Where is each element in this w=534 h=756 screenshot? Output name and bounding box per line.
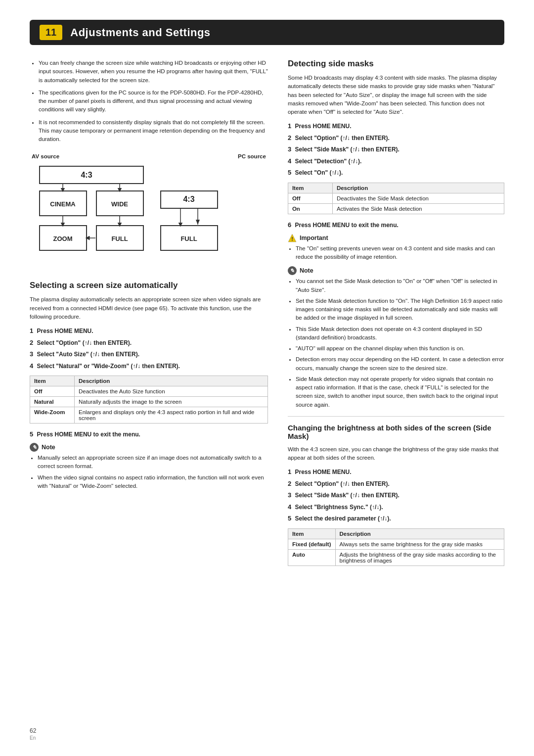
br-row-auto-desc: Adjusts the brightness of the gray side … bbox=[335, 549, 504, 566]
auto-row-off-desc: Deactivates the Auto Size function bbox=[75, 386, 268, 397]
left-column: You can freely change the screen size wh… bbox=[30, 59, 268, 573]
auto-size-description: The plasma display automatically selects… bbox=[30, 295, 268, 321]
right-column: Detecting side masks Some HD broadcasts … bbox=[288, 59, 504, 573]
auto-note-header: ✎ Note bbox=[30, 443, 268, 452]
auto-note-body: Manually select an appropriate screen si… bbox=[30, 454, 268, 490]
page-footer: 62 En bbox=[30, 727, 36, 741]
br-row-auto-item: Auto bbox=[288, 549, 335, 566]
sm-note-6: Side Mask detection may not operate prop… bbox=[296, 375, 504, 409]
sm-note-box: ✎ Note You cannot set the Side Mask dete… bbox=[288, 266, 504, 409]
table-row: Natural Naturally adjusts the image to t… bbox=[30, 397, 268, 407]
important-triangle-icon: ! bbox=[288, 234, 297, 242]
auto-step5: 5 Press HOME MENU to exit the menu. bbox=[30, 430, 268, 438]
svg-text:WIDE: WIDE bbox=[111, 200, 128, 208]
brightness-table: Item Description Fixed (default) Always … bbox=[288, 528, 504, 566]
two-col-layout: You can freely change the screen size wh… bbox=[30, 59, 504, 573]
sm-note-body: You cannot set the Side Mask detection t… bbox=[288, 277, 504, 409]
br-table-header-desc: Description bbox=[335, 528, 504, 539]
auto-table-header-desc: Description bbox=[75, 376, 268, 386]
table-row: Wide-Zoom Enlarges and displays only the… bbox=[30, 407, 268, 424]
sm-note-3: This Side Mask detection does not operat… bbox=[296, 325, 504, 342]
table-row: Auto Adjusts the brightness of the gray … bbox=[288, 549, 504, 566]
auto-note-2: When the video signal contains no aspect… bbox=[38, 473, 268, 491]
step-2: 2 Select "Option" (↑/↓ then ENTER). bbox=[30, 338, 268, 348]
svg-text:ZOOM: ZOOM bbox=[53, 235, 73, 242]
br-table-header-item: Item bbox=[288, 528, 335, 539]
chapter-header: 11 Adjustments and Settings bbox=[30, 20, 504, 45]
svg-marker-21 bbox=[196, 220, 200, 225]
sm-note-5: Detection errors may occur depending on … bbox=[296, 355, 504, 373]
side-mask-steps: 1 Press HOME MENU. 2 Select "Option" (↑/… bbox=[288, 121, 504, 178]
svg-text:FULL: FULL bbox=[180, 235, 197, 242]
step-4: 4 Select "Natural" or "Wide-Zoom" (↑/↓ t… bbox=[30, 361, 268, 371]
page-number: 62 bbox=[30, 727, 36, 734]
svg-text:CINEMA: CINEMA bbox=[50, 200, 76, 208]
important-box: ! Important The "On" setting prevents un… bbox=[288, 234, 504, 262]
side-mask-description: Some HD broadcasts may display 4:3 conte… bbox=[288, 74, 504, 116]
sm-note-header: ✎ Note bbox=[288, 266, 504, 275]
br-step-1: 1 Press HOME MENU. bbox=[288, 467, 504, 477]
page-sub: En bbox=[30, 735, 36, 741]
sm-table-header-desc: Description bbox=[332, 183, 504, 193]
sm-step-1: 1 Press HOME MENU. bbox=[288, 121, 504, 131]
sm-row-off-item: Off bbox=[288, 193, 332, 203]
av-source-label: AV source bbox=[32, 153, 59, 159]
auto-size-table: Item Description Off Deactivates the Aut… bbox=[30, 376, 268, 424]
auto-row-off-item: Off bbox=[30, 386, 75, 397]
br-step-4: 4 Select "Brightness Sync." (↑/↓). bbox=[288, 502, 504, 512]
brightness-section-title: Changing the brightness at both sides of… bbox=[288, 424, 504, 440]
intro-bullets: You can freely change the screen size wh… bbox=[30, 59, 268, 143]
screen-size-diagram: AV source PC source 4:3 CINEMA WIDE bbox=[30, 153, 268, 272]
brightness-description: With the 4:3 screen size, you can change… bbox=[288, 445, 504, 463]
intro-bullet-1: You can freely change the screen size wh… bbox=[39, 59, 268, 85]
auto-row-widezoom-desc: Enlarges and displays only the 4:3 aspec… bbox=[75, 407, 268, 424]
sm-row-on-desc: Activates the Side Mask detection bbox=[332, 203, 504, 214]
auto-table-header-item: Item bbox=[30, 376, 75, 386]
svg-text:4:3: 4:3 bbox=[81, 171, 92, 179]
sm-note-icon: ✎ bbox=[288, 266, 297, 275]
table-row: On Activates the Side Mask detection bbox=[288, 203, 504, 214]
br-step-5: 5 Select the desired parameter (↑/↓). bbox=[288, 514, 504, 523]
section-divider bbox=[288, 416, 504, 417]
diagram-svg: 4:3 CINEMA WIDE ZOOM FULL bbox=[30, 161, 227, 270]
brightness-steps: 1 Press HOME MENU. 2 Select "Option" (↑/… bbox=[288, 467, 504, 523]
side-mask-section-title: Detecting side masks bbox=[288, 59, 504, 69]
important-body: The "On" setting prevents uneven wear on… bbox=[288, 244, 504, 262]
sm-table-header-item: Item bbox=[288, 183, 332, 193]
auto-row-widezoom-item: Wide-Zoom bbox=[30, 407, 75, 424]
table-row: Fixed (default) Always sets the same bri… bbox=[288, 539, 504, 549]
svg-text:4:3: 4:3 bbox=[183, 195, 194, 203]
auto-size-section-title: Selecting a screen size automatically bbox=[30, 281, 268, 290]
sm-step-5: 5 Select "On" (↑/↓). bbox=[288, 168, 504, 178]
sm-step-4: 4 Select "Detection" (↑/↓). bbox=[288, 156, 504, 166]
br-row-fixed-desc: Always sets the same brightness for the … bbox=[335, 539, 504, 549]
intro-bullet-2: The specifications given for the PC sour… bbox=[39, 89, 268, 114]
svg-text:!: ! bbox=[291, 236, 293, 242]
pc-source-label: PC source bbox=[238, 153, 266, 159]
step-3: 3 Select "Auto Size" (↑/↓ then ENTER). bbox=[30, 349, 268, 359]
sm-step-2: 2 Select "Option" (↑/↓ then ENTER). bbox=[288, 133, 504, 143]
auto-row-natural-desc: Naturally adjusts the image to the scree… bbox=[75, 397, 268, 407]
sm-row-off-desc: Deactivates the Side Mask detection bbox=[332, 193, 504, 203]
note-icon: ✎ bbox=[30, 443, 39, 452]
table-row: Off Deactivates the Side Mask detection bbox=[288, 193, 504, 203]
side-mask-table: Item Description Off Deactivates the Sid… bbox=[288, 183, 504, 214]
sm-row-on-item: On bbox=[288, 203, 332, 214]
sm-step6: 6 Press HOME MENU to exit the menu. bbox=[288, 221, 504, 229]
auto-size-steps: 1 Press HOME MENU. 2 Select "Option" (↑/… bbox=[30, 326, 268, 371]
diagram-source-labels: AV source PC source bbox=[30, 153, 268, 159]
sm-note-4: "AUTO" will appear on the channel displa… bbox=[296, 344, 504, 353]
br-row-fixed-item: Fixed (default) bbox=[288, 539, 335, 549]
sm-step-3: 3 Select "Side Mask" (↑/↓ then ENTER). bbox=[288, 144, 504, 154]
step-1: 1 Press HOME MENU. bbox=[30, 326, 268, 336]
sm-note-1: You cannot set the Side Mask detection t… bbox=[296, 277, 504, 294]
auto-note-box: ✎ Note Manually select an appropriate sc… bbox=[30, 443, 268, 490]
auto-note-1: Manually select an appropriate screen si… bbox=[38, 454, 268, 471]
br-step-3: 3 Select "Side Mask" (↑/↓ then ENTER). bbox=[288, 490, 504, 500]
br-step-2: 2 Select "Option" (↑/↓ then ENTER). bbox=[288, 479, 504, 489]
chapter-title: Adjustments and Settings bbox=[70, 26, 210, 39]
table-row: Off Deactivates the Auto Size function bbox=[30, 386, 268, 397]
intro-bullet-3: It is not recommended to consistently di… bbox=[39, 118, 268, 144]
page: 11 Adjustments and Settings You can free… bbox=[0, 0, 534, 756]
auto-row-natural-item: Natural bbox=[30, 397, 75, 407]
